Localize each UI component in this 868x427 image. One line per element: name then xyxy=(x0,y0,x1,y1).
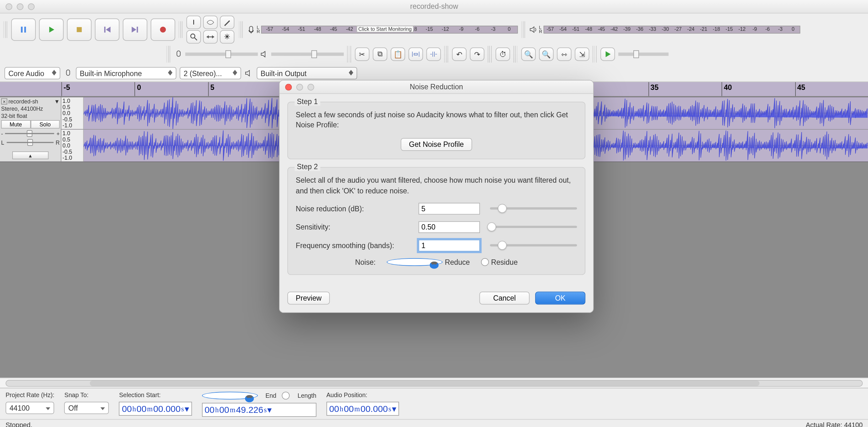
mic-icon xyxy=(174,50,183,58)
zoom-out-button[interactable]: 🔍 xyxy=(539,48,554,61)
project-rate-select[interactable]: 44100 xyxy=(6,402,54,414)
solo-button[interactable]: Solo xyxy=(30,120,60,129)
horizontal-scrollbar[interactable] xyxy=(0,378,868,388)
audio-position-field[interactable]: 00h 00m 00.000s▾ xyxy=(326,402,399,416)
playback-device-select[interactable]: Built-in Output xyxy=(256,67,357,79)
svg-marker-5 xyxy=(106,27,111,33)
cut-button[interactable]: ✂ xyxy=(355,48,369,61)
get-noise-profile-button[interactable]: Get Noise Profile xyxy=(401,138,472,151)
selection-end-field[interactable]: 00h 00m 49.226s▾ xyxy=(202,403,316,417)
cancel-button[interactable]: Cancel xyxy=(479,291,529,304)
silence-button[interactable] xyxy=(427,48,441,61)
preview-button[interactable]: Preview xyxy=(287,291,330,304)
window-title: recorded-show xyxy=(410,2,458,11)
svg-rect-0 xyxy=(21,27,23,33)
gain-slider[interactable] xyxy=(5,131,54,137)
skip-end-button[interactable] xyxy=(123,19,147,41)
zoom-tool[interactable] xyxy=(187,30,201,44)
play-at-speed-button[interactable] xyxy=(600,48,615,61)
toolbar-grip[interactable] xyxy=(166,46,171,63)
skip-start-button[interactable] xyxy=(95,19,119,41)
end-radio[interactable] xyxy=(202,392,258,400)
ok-button[interactable]: OK xyxy=(535,291,585,304)
track-collapse-button[interactable]: ▴ xyxy=(12,151,49,160)
trim-button[interactable] xyxy=(409,48,423,61)
toolbar-grip[interactable] xyxy=(3,21,8,38)
selection-start-field[interactable]: 00h 00m 00.000s▾ xyxy=(119,402,192,416)
mute-button[interactable]: Mute xyxy=(1,120,30,129)
track-name[interactable]: recorded-sh xyxy=(8,98,53,105)
dialog-close-button[interactable] xyxy=(285,84,292,90)
timeshift-tool[interactable] xyxy=(203,30,218,44)
track-header: × recorded-sh ▼ Stereo, 44100Hz 32-bit f… xyxy=(0,97,61,161)
snap-to-select[interactable]: Off xyxy=(64,402,109,414)
sensitivity-input[interactable] xyxy=(418,221,480,233)
noise-reduction-label: Noise reduction (dB): xyxy=(296,204,418,213)
traffic-zoom[interactable] xyxy=(28,3,35,10)
track-menu-button[interactable]: ▼ xyxy=(54,98,60,105)
input-volume-slider[interactable] xyxy=(185,53,258,56)
envelope-tool[interactable] xyxy=(203,16,218,29)
toolbar-grip[interactable] xyxy=(593,46,597,63)
noise-reduction-input[interactable] xyxy=(418,203,480,215)
playback-speed-slider[interactable] xyxy=(618,53,669,56)
pause-button[interactable] xyxy=(11,19,36,41)
record-button[interactable] xyxy=(151,19,175,41)
length-radio[interactable] xyxy=(282,392,290,400)
audio-host-select[interactable]: Core Audio xyxy=(4,67,60,79)
noise-reduction-dialog: Noise Reduction Step 1 Select a few seco… xyxy=(279,80,594,313)
copy-button[interactable]: ⧉ xyxy=(373,48,387,61)
dialog-zoom-button xyxy=(307,84,314,90)
step2-text: Select all of the audio you want filtere… xyxy=(296,176,577,196)
audio-position-label: Audio Position: xyxy=(326,392,399,398)
svg-point-10 xyxy=(191,34,195,38)
recording-meter[interactable]: -57-54-51-48-45-42-39Click to Start Moni… xyxy=(261,26,518,34)
frequency-smoothing-input[interactable] xyxy=(418,239,480,251)
fit-project-button[interactable]: ⇲ xyxy=(575,48,589,61)
frequency-smoothing-label: Frequency smoothing (bands): xyxy=(296,241,418,250)
toolbar-grip[interactable] xyxy=(347,46,351,63)
reduce-radio[interactable] xyxy=(387,258,443,266)
toolbar-grip[interactable] xyxy=(239,21,243,38)
noise-reduction-slider[interactable] xyxy=(490,207,577,210)
selection-start-label: Selection Start: xyxy=(119,392,192,398)
status-text: Stopped. xyxy=(6,421,32,427)
toolbar-grip[interactable] xyxy=(488,46,492,63)
undo-button[interactable]: ↶ xyxy=(452,48,466,61)
paste-button[interactable]: 📋 xyxy=(391,48,405,61)
svg-marker-13 xyxy=(207,35,209,39)
toolbar-grip[interactable] xyxy=(444,46,448,63)
fit-selection-button[interactable]: ⇿ xyxy=(557,48,571,61)
toolbar-grip[interactable] xyxy=(179,21,183,38)
svg-marker-2 xyxy=(49,27,54,33)
svg-marker-14 xyxy=(212,35,214,39)
noise-label: Noise: xyxy=(355,258,376,267)
svg-rect-4 xyxy=(104,27,105,33)
playback-meter[interactable]: -57-54-51-48-45-42-39-36-33-30-27-24-21-… xyxy=(543,26,800,34)
traffic-close[interactable] xyxy=(6,3,12,10)
channels-select[interactable]: 2 (Stereo)... xyxy=(180,67,241,79)
toolbar-grip[interactable] xyxy=(514,46,518,63)
step1-label: Step 1 xyxy=(294,97,320,106)
sensitivity-slider[interactable] xyxy=(490,226,577,228)
frequency-smoothing-slider[interactable] xyxy=(490,244,577,247)
residue-radio[interactable] xyxy=(481,258,489,266)
recording-device-select[interactable]: Built-in Microphone xyxy=(76,67,177,79)
play-button[interactable] xyxy=(39,19,63,41)
svg-text:I: I xyxy=(193,19,195,26)
svg-line-11 xyxy=(194,38,197,40)
sync-lock-button[interactable]: ⏱ xyxy=(496,48,510,61)
zoom-in-button[interactable]: 🔍 xyxy=(521,48,536,61)
toolbar-grip[interactable] xyxy=(521,21,525,38)
traffic-minimize[interactable] xyxy=(17,3,23,10)
meter-hint: Click to Start Monitoring xyxy=(357,26,413,32)
draw-tool[interactable] xyxy=(220,16,234,29)
stop-button[interactable] xyxy=(67,19,91,41)
selection-tool[interactable]: I xyxy=(187,16,201,29)
output-volume-slider[interactable] xyxy=(271,53,344,56)
multi-tool[interactable]: ✳ xyxy=(220,30,234,44)
redo-button[interactable]: ↷ xyxy=(470,48,484,61)
pan-slider[interactable] xyxy=(7,140,54,145)
track-close-button[interactable]: × xyxy=(1,98,7,105)
svg-text:✳: ✳ xyxy=(224,32,230,41)
